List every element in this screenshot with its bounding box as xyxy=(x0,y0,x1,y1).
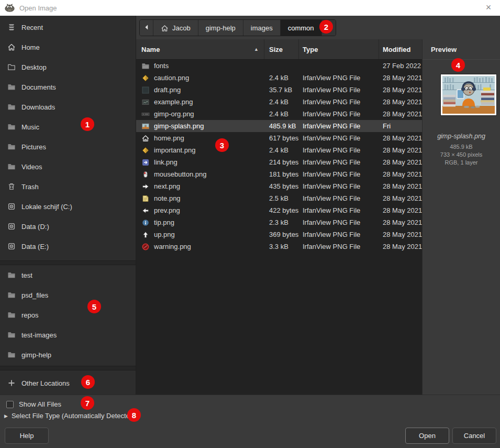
file-list-header: Name ▲ Size Type Modified xyxy=(136,39,422,60)
file-row[interactable]: gimp-splash.png 485.9 kB IrfanView PNG F… xyxy=(136,120,422,132)
sidebar-item-label: Downloads xyxy=(21,103,55,111)
file-modified: 28 May 2021 xyxy=(379,72,422,84)
file-modified: 28 May 2021 xyxy=(379,132,422,144)
file-name: gimp-splash.png xyxy=(154,122,204,130)
annotation-number: 8 xyxy=(132,411,136,420)
file-type: IrfanView PNG File xyxy=(299,180,379,192)
mousebutton-file-icon xyxy=(141,170,150,179)
file-modified: 28 May 2021 xyxy=(379,204,422,216)
column-header-modified[interactable]: Modified xyxy=(379,39,422,59)
sidebar-item[interactable]: Music xyxy=(0,117,136,137)
file-size: 2.4 kB xyxy=(264,108,299,120)
sidebar-item[interactable]: Pictures xyxy=(0,137,136,157)
breadcrumb-segment[interactable]: Jacob xyxy=(153,20,198,36)
file-row[interactable]: link.png 214 bytes IrfanView PNG File 28… xyxy=(136,156,422,168)
places-sidebar: Recent Home Desktop Documents Downloads … xyxy=(0,16,136,395)
column-header-type[interactable]: Type xyxy=(299,39,379,59)
file-size: 2.4 kB xyxy=(264,144,299,156)
example-file-icon xyxy=(141,98,150,106)
sidebar-item[interactable]: Documents xyxy=(0,77,136,97)
file-row[interactable]: up.png 369 bytes IrfanView PNG File 28 M… xyxy=(136,228,422,241)
sidebar-bookmark-item[interactable]: repos xyxy=(0,305,136,325)
sidebar-bookmark-item[interactable]: psd_files xyxy=(0,285,136,305)
other-locations-item[interactable]: Other Locations xyxy=(0,373,136,393)
sidebar-bookmark-item[interactable]: gimp-help xyxy=(0,345,136,365)
folder-icon xyxy=(7,331,16,339)
note-file-icon xyxy=(141,194,150,203)
file-row[interactable]: caution.png 2.4 kB IrfanView PNG File 28… xyxy=(136,72,422,84)
file-row[interactable]: tip.png 2.3 kB IrfanView PNG File 28 May… xyxy=(136,216,422,228)
file-type: IrfanView PNG File xyxy=(299,192,379,204)
sidebar-item[interactable]: Data (E:) xyxy=(0,236,136,256)
file-modified: 28 May 2021 xyxy=(379,108,422,120)
caution-file-icon xyxy=(141,74,150,82)
file-row[interactable]: important.png 2.4 kB IrfanView PNG File … xyxy=(136,144,422,156)
home-icon xyxy=(161,24,169,32)
sidebar-item[interactable]: Home xyxy=(0,37,136,57)
sidebar-separator xyxy=(0,366,136,370)
file-row[interactable]: prev.png 422 bytes IrfanView PNG File 28… xyxy=(136,204,422,216)
file-row[interactable]: fonts 27 Feb 2022 xyxy=(136,60,422,72)
desktop-icon xyxy=(7,63,16,71)
folder-icon xyxy=(7,123,16,131)
annotation-number: 4 xyxy=(456,61,460,70)
file-name: warning.png xyxy=(154,243,191,250)
nav-back-button[interactable] xyxy=(140,20,153,36)
column-header-size[interactable]: Size xyxy=(264,39,299,59)
breadcrumb-segment[interactable]: common xyxy=(281,20,322,36)
bookmark-label: repos xyxy=(21,311,39,319)
file-row[interactable]: home.png 617 bytes IrfanView PNG File 28… xyxy=(136,132,422,144)
preview-caption: gimp-splash.png 485.9 kB 733 × 450 pixel… xyxy=(423,132,500,167)
file-type: IrfanView PNG File xyxy=(299,72,379,84)
open-button[interactable]: Open xyxy=(405,428,449,444)
bookmark-label: psd_files xyxy=(21,291,48,299)
file-rows: fonts 27 Feb 2022 caution.png 2.4 kB Irf… xyxy=(136,60,422,253)
file-row[interactable]: warning.png 3.3 kB IrfanView PNG File 28… xyxy=(136,241,422,253)
help-button[interactable]: Help xyxy=(5,428,49,444)
drive-icon xyxy=(7,202,16,211)
annotation-badge: 1 xyxy=(81,117,94,131)
sidebar-item[interactable]: Trash xyxy=(0,177,136,196)
sidebar-bookmark-item[interactable]: test xyxy=(0,265,136,285)
folder-icon xyxy=(7,351,16,359)
breadcrumb-segment-label: Jacob xyxy=(172,24,191,32)
sidebar-item[interactable]: Data (D:) xyxy=(0,216,136,236)
gimp-wilber-icon xyxy=(4,2,15,14)
sidebar-item[interactable]: Videos xyxy=(0,157,136,177)
file-row[interactable]: note.png 2.5 kB IrfanView PNG File 28 Ma… xyxy=(136,192,422,204)
nav-back-icon xyxy=(143,24,150,32)
file-row[interactable]: mousebutton.png 181 bytes IrfanView PNG … xyxy=(136,168,422,180)
file-row[interactable]: example.png 2.4 kB IrfanView PNG File 28… xyxy=(136,96,422,108)
bookmark-label: test-images xyxy=(21,331,57,339)
file-type: IrfanView PNG File xyxy=(299,204,379,216)
bookmark-label: test xyxy=(21,271,32,279)
sidebar-item[interactable]: Recent xyxy=(0,17,136,37)
sidebar-item[interactable]: Desktop xyxy=(0,57,136,77)
close-icon[interactable]: × xyxy=(482,1,495,14)
column-header-name[interactable]: Name ▲ xyxy=(136,39,264,59)
drive-icon xyxy=(7,242,16,250)
recent-icon xyxy=(7,23,16,31)
file-name: tip.png xyxy=(154,218,174,226)
show-all-files-checkbox[interactable] xyxy=(6,401,14,408)
file-row[interactable]: next.png 435 bytes IrfanView PNG File 28… xyxy=(136,180,422,192)
file-name: important.png xyxy=(154,146,196,154)
file-type-expander[interactable]: ▶ Select File Type (Automatically Detect… xyxy=(4,412,136,420)
folder-icon xyxy=(7,271,16,279)
file-row[interactable]: gimp-org.png 2.4 kB IrfanView PNG File 2… xyxy=(136,108,422,120)
annotation-badge: 7 xyxy=(81,396,94,410)
file-modified: Fri xyxy=(379,120,422,132)
sidebar-bookmark-item[interactable]: test-images xyxy=(0,325,136,345)
file-size: 2.4 kB xyxy=(264,96,299,108)
annotation-number: 2 xyxy=(324,23,328,31)
gimp-org-file-icon xyxy=(141,110,150,118)
file-row[interactable]: draft.png 35.7 kB IrfanView PNG File 28 … xyxy=(136,84,422,96)
preview-filename: gimp-splash.png xyxy=(423,132,500,141)
file-name: mousebutton.png xyxy=(154,170,206,178)
sidebar-item[interactable]: Downloads xyxy=(0,97,136,117)
sidebar-item[interactable]: Lokale schijf (C:) xyxy=(0,196,136,216)
breadcrumb-segment[interactable]: images xyxy=(243,20,281,36)
cancel-button[interactable]: Cancel xyxy=(452,428,496,444)
breadcrumb-segment[interactable]: gimp-help xyxy=(198,20,243,36)
sidebar-item-label: Videos xyxy=(21,163,42,171)
